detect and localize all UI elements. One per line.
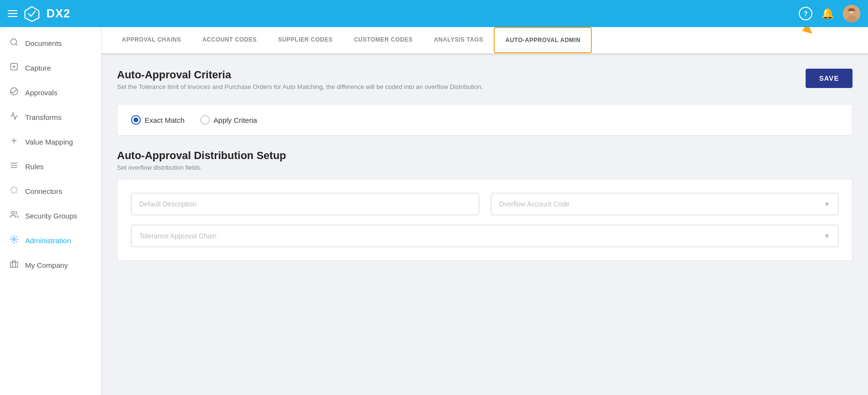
distribution-card: Default Description Overflow Account Cod… [117, 179, 853, 261]
administration-icon [10, 235, 18, 246]
tab-bar: APPROVAL CHAINS ACCOUNT CODES SUPPLIER C… [102, 27, 868, 54]
sidebar-item-label: Transforms [25, 113, 61, 121]
exact-match-radio[interactable] [131, 115, 141, 125]
save-button[interactable]: SAVE [806, 69, 853, 88]
sidebar-item-label: Connectors [25, 187, 62, 195]
distribution-desc: Set overflow distribution fields. [117, 164, 853, 171]
sidebar-item-my-company[interactable]: My Company [0, 253, 101, 278]
exact-match-option[interactable]: Exact Match [131, 115, 185, 125]
distribution-title: Auto-Approval Distribution Setup [117, 149, 853, 162]
tab-auto-approval-admin[interactable]: AUTO-APPROVAL ADMIN [494, 27, 592, 53]
tolerance-approval-chain-field[interactable]: Tolerance Approval Chain ▼ [131, 225, 839, 247]
default-description-field[interactable]: Default Description [131, 193, 479, 215]
sidebar-item-transforms[interactable]: Transforms [0, 105, 101, 130]
default-description-placeholder: Default Description [139, 200, 196, 208]
topbar: DX2 ? 🔔 [0, 0, 868, 27]
sidebar-item-administration[interactable]: Administration [0, 228, 101, 253]
logo-icon [23, 5, 41, 22]
sidebar-item-capture[interactable]: Capture [0, 56, 101, 80]
sidebar-item-label: Rules [25, 162, 44, 171]
page-content: Auto-Approval Criteria Set the Tolerance… [102, 55, 868, 395]
documents-icon [10, 38, 18, 49]
tab-customer-codes[interactable]: CUSTOMER CODES [343, 27, 423, 53]
sidebar-item-security-groups[interactable]: Security Groups [0, 204, 101, 228]
bell-icon[interactable]: 🔔 [821, 7, 834, 20]
hamburger-menu[interactable] [8, 10, 17, 17]
logo-text: DX2 [46, 7, 71, 20]
criteria-title: Auto-Approval Criteria [117, 69, 483, 81]
distribution-row-2: Tolerance Approval Chain ▼ [131, 225, 839, 247]
overflow-account-code-dropdown-arrow: ▼ [824, 200, 830, 208]
rules-icon [10, 161, 18, 172]
overflow-account-code-placeholder: Overflow Account Code [499, 200, 570, 208]
svg-marker-0 [25, 7, 39, 22]
sidebar-item-documents[interactable]: Documents [0, 31, 101, 56]
sidebar-item-label: Security Groups [25, 212, 77, 220]
sidebar-item-rules[interactable]: Rules [0, 154, 101, 179]
sidebar: Documents Capture Approvals Transforms V… [0, 27, 102, 395]
sidebar-item-approvals[interactable]: Approvals [0, 80, 101, 105]
criteria-card: Exact Match Apply Criteria [117, 104, 853, 136]
tolerance-approval-chain-dropdown-arrow: ▼ [824, 232, 830, 240]
sidebar-item-label: Documents [25, 39, 62, 47]
svg-rect-18 [11, 262, 18, 267]
sidebar-item-label: Capture [25, 64, 51, 72]
radio-group: Exact Match Apply Criteria [131, 115, 839, 125]
capture-icon [10, 62, 18, 73]
svg-point-17 [13, 238, 15, 241]
connectors-icon [10, 186, 18, 197]
svg-point-5 [11, 39, 16, 44]
transforms-icon [10, 112, 18, 123]
avatar[interactable] [843, 5, 860, 22]
distribution-row-1: Default Description Overflow Account Cod… [131, 193, 839, 215]
value-mapping-icon [10, 136, 18, 147]
content-area: APPROVAL CHAINS ACCOUNT CODES SUPPLIER C… [102, 27, 868, 395]
sidebar-item-label: Approvals [25, 88, 58, 97]
svg-line-6 [15, 44, 17, 45]
sidebar-item-connectors[interactable]: Connectors [0, 179, 101, 204]
exact-match-label: Exact Match [145, 116, 185, 124]
tab-approval-chains[interactable]: APPROVAL CHAINS [111, 27, 191, 53]
tolerance-approval-chain-placeholder: Tolerance Approval Chain [139, 232, 217, 240]
sidebar-item-value-mapping[interactable]: Value Mapping [0, 130, 101, 154]
tab-supplier-codes[interactable]: SUPPLIER CODES [267, 27, 343, 53]
tab-account-codes[interactable]: ACCOUNT CODES [191, 27, 267, 53]
apply-criteria-option[interactable]: Apply Criteria [200, 115, 257, 125]
sidebar-item-label: My Company [25, 261, 68, 269]
approvals-icon [10, 87, 18, 98]
security-groups-icon [10, 210, 18, 221]
apply-criteria-label: Apply Criteria [214, 116, 257, 124]
sidebar-item-label: Value Mapping [25, 138, 73, 146]
apply-criteria-radio[interactable] [200, 115, 210, 125]
page-header-row: Auto-Approval Criteria Set the Tolerance… [117, 69, 853, 99]
criteria-desc: Set the Tolerance limit of Invoices and … [117, 83, 483, 90]
my-company-icon [10, 260, 18, 271]
overflow-account-code-field[interactable]: Overflow Account Code ▼ [491, 193, 839, 215]
help-icon[interactable]: ? [799, 7, 812, 20]
tab-analysis-tags[interactable]: ANALYSIS TAGS [423, 27, 494, 53]
sidebar-item-label: Administration [25, 236, 71, 245]
svg-point-16 [12, 211, 15, 214]
